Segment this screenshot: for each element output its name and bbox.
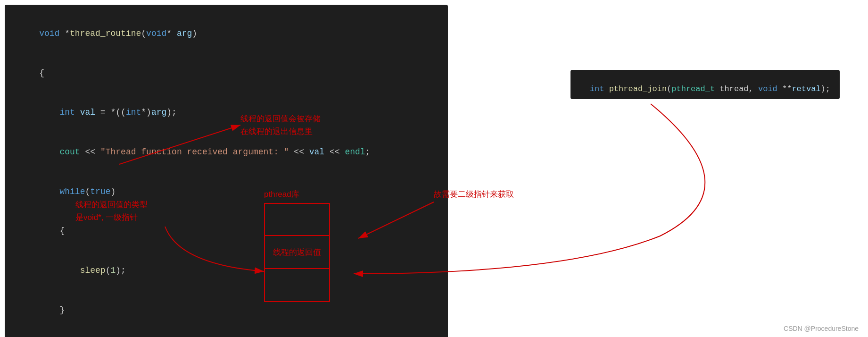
open-brace-1: { bbox=[39, 68, 44, 78]
keyword-true: true bbox=[90, 187, 110, 196]
while-close: ) bbox=[110, 187, 116, 196]
annot-fn: pthread_join bbox=[609, 84, 667, 93]
cast-rest: *) bbox=[141, 108, 151, 117]
annot-close: ); bbox=[821, 84, 830, 93]
paren-close: ) bbox=[192, 29, 197, 38]
num-1: 1 bbox=[110, 266, 116, 275]
annotation-pthread-lib: pthread库 bbox=[264, 188, 299, 201]
cout-rest: << bbox=[289, 147, 309, 157]
var-val-2: val bbox=[309, 147, 324, 157]
code-line-8: } bbox=[19, 291, 434, 330]
code-line-4: cout << "Thread function received argume… bbox=[19, 133, 434, 172]
code-line-7: sleep(1); bbox=[19, 251, 434, 291]
watermark: CSDN @ProcedureStone bbox=[784, 325, 859, 332]
indent-8 bbox=[39, 305, 59, 315]
mem-box-bottom-empty bbox=[264, 269, 330, 302]
while-cond: ( bbox=[85, 187, 90, 196]
string-literal: "Thread function received argument: " bbox=[100, 147, 289, 157]
params: ( bbox=[141, 29, 146, 38]
annotation-return-stored: 线程的返回值会被存储 在线程的退出信息里 bbox=[240, 112, 321, 138]
cout: cout bbox=[59, 147, 80, 157]
param-type-void: void bbox=[146, 29, 166, 38]
memory-diagram: 线程的返回值 bbox=[264, 203, 330, 302]
annot-retval: retval bbox=[792, 84, 820, 93]
cast-int: int bbox=[126, 108, 141, 117]
param-ptr: * bbox=[166, 29, 177, 38]
function-name: thread_routine bbox=[70, 29, 141, 38]
cast-arg: arg bbox=[151, 108, 166, 117]
keyword-while: while bbox=[59, 187, 85, 196]
code-line-9: return NULL; bbox=[19, 330, 434, 337]
annotation-second-ptr: 故需要二级指针来获取 bbox=[434, 188, 514, 201]
code-line-3: int val = *((int*)arg); bbox=[19, 93, 434, 133]
indent-4 bbox=[39, 147, 59, 157]
fn-sleep: sleep bbox=[80, 266, 106, 275]
pointer-star: * bbox=[65, 29, 70, 38]
var-val: val bbox=[80, 108, 95, 117]
close-brace-2: } bbox=[59, 305, 65, 315]
indent-6 bbox=[39, 226, 59, 236]
annot-thread: thread, bbox=[715, 84, 758, 93]
open-brace-2: { bbox=[59, 226, 65, 236]
annotation-code-box: int pthread_join(pthread_t thread, void … bbox=[570, 70, 840, 99]
annot-open: ( bbox=[667, 84, 671, 93]
mem-label: 线程的返回值 bbox=[273, 247, 321, 258]
indent-7 bbox=[39, 266, 80, 275]
indent-3 bbox=[39, 108, 59, 117]
annot-double-ptr: ** bbox=[782, 84, 792, 93]
mem-box-top bbox=[264, 203, 330, 236]
endl-op: << bbox=[324, 147, 345, 157]
code-block: void *thread_routine(void* arg) { int va… bbox=[5, 5, 448, 337]
shift-op: << bbox=[80, 147, 100, 157]
line3-end: ); bbox=[166, 108, 177, 117]
semi-4: ; bbox=[365, 147, 371, 157]
code-line-2: { bbox=[19, 54, 434, 93]
annot-pthread-t: pthread_t bbox=[671, 84, 715, 93]
keyword-int: int bbox=[59, 108, 80, 117]
assign: = *(( bbox=[95, 108, 126, 117]
sleep-close: ); bbox=[116, 266, 126, 275]
annotation-return-type: 线程的返回值的类型 是void*, 一级指针 bbox=[75, 198, 148, 224]
keyword-void: void bbox=[39, 29, 65, 38]
annot-int: int bbox=[590, 84, 609, 93]
code-line-1: void *thread_routine(void* arg) bbox=[19, 14, 434, 54]
param-arg: arg bbox=[177, 29, 192, 38]
endl: endl bbox=[345, 147, 365, 157]
annot-void: void bbox=[758, 84, 782, 93]
indent-5 bbox=[39, 187, 59, 196]
mem-box-bottom: 线程的返回值 bbox=[264, 236, 330, 269]
sleep-arg: ( bbox=[106, 266, 111, 275]
